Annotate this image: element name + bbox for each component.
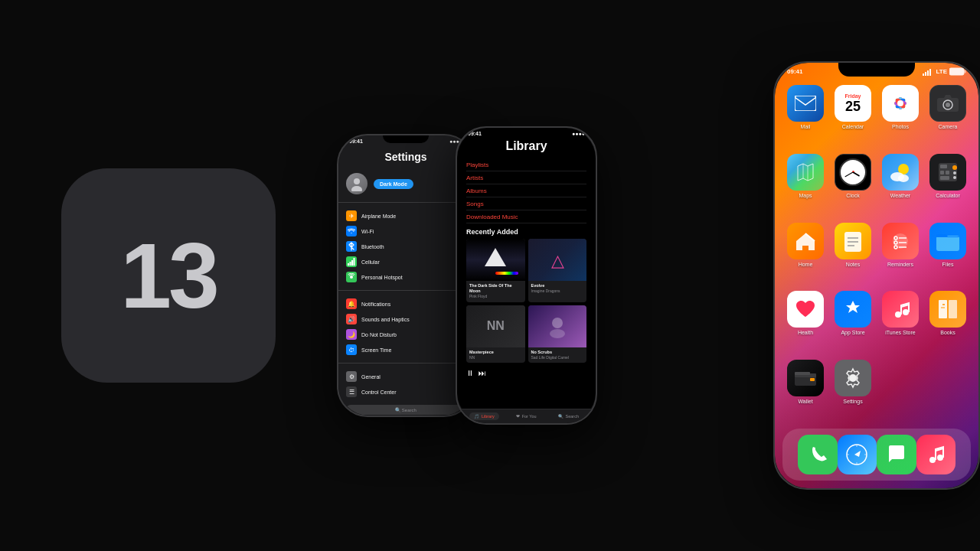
- phones-container: 09:41 ●●●● Settings Dark Mode ✈: [306, 0, 980, 551]
- music-tab-search[interactable]: 🔍 Search: [554, 412, 583, 420]
- music-nav-downloaded[interactable]: Downloaded Music: [466, 211, 586, 223]
- settings-notch: [383, 135, 429, 143]
- mail-label: Mail: [801, 124, 811, 129]
- battery-icon: [949, 67, 966, 76]
- files-label: Files: [942, 262, 954, 267]
- album-card-darkside[interactable]: The Dark Side Of The Moon Pink Floyd: [466, 239, 525, 302]
- search-tab-label: Search: [566, 414, 579, 419]
- clock-icon-img: [835, 154, 871, 191]
- svg-point-37: [953, 176, 956, 179]
- svg-rect-63: [810, 378, 815, 381]
- music-nav-artists[interactable]: Artists: [466, 172, 586, 184]
- svg-point-67: [937, 455, 943, 461]
- app-icon-photos[interactable]: Photos: [880, 85, 920, 146]
- calendar-num: 25: [845, 99, 861, 113]
- settings-item-wifi[interactable]: Wi-Fi: [338, 223, 473, 239]
- phone-music: 09:41 ●●●● Library Playlists Artists Alb…: [456, 126, 597, 425]
- music-header: Library: [457, 139, 596, 159]
- settings-item-general[interactable]: ⚙ General: [338, 369, 473, 384]
- dock-safari-icon[interactable]: [838, 435, 877, 474]
- dnd-label: Do Not Disturb: [361, 332, 397, 337]
- app-icon-reminders[interactable]: Reminders: [880, 223, 920, 284]
- app-icon-home[interactable]: Home: [786, 223, 825, 284]
- settings-divider-2: [338, 290, 473, 291]
- music-nav: Playlists Artists Albums Songs Downloade…: [457, 159, 596, 223]
- play-pause-button[interactable]: ⏸: [466, 369, 474, 377]
- settings-item-notifications[interactable]: 🔔 Notifications: [338, 296, 473, 311]
- settings-search[interactable]: 🔍 Search: [346, 405, 466, 415]
- status-right: LTE: [923, 67, 966, 76]
- app-icon-notes[interactable]: Notes: [833, 223, 873, 284]
- skip-forward-button[interactable]: ⏭: [479, 369, 486, 377]
- album-card-noscrubs[interactable]: No Scrubs Sad Life Digital Camel: [528, 305, 587, 364]
- photos-icon-img: [882, 85, 919, 122]
- music-tab-foryou[interactable]: ❤ For You: [511, 412, 541, 420]
- album-card-masterpiece[interactable]: NN Masterpiece NN: [466, 305, 525, 364]
- dock-messages-icon[interactable]: [877, 435, 916, 474]
- app-icon-itunes[interactable]: iTunes Store: [880, 291, 920, 352]
- settings-item-hotspot[interactable]: Personal Hotspot: [338, 269, 473, 285]
- music-tab-library[interactable]: 🎵 Library: [469, 412, 499, 420]
- settings-item-cellular[interactable]: Cellular: [338, 254, 473, 269]
- app-icon-files[interactable]: Files: [928, 223, 968, 284]
- app-icon-health[interactable]: Health: [786, 291, 825, 352]
- wallet-label: Wallet: [798, 399, 812, 404]
- svg-point-32: [898, 174, 909, 182]
- settings-item-bluetooth[interactable]: Bluetooth: [338, 239, 473, 254]
- airplane-icon: ✈: [346, 210, 357, 221]
- appstore-icon-img: [835, 291, 871, 328]
- settings-item-dnd[interactable]: 🌙 Do Not Disturb: [338, 327, 473, 342]
- app-icon-weather[interactable]: Weather: [880, 154, 920, 215]
- app-icon-wallet[interactable]: Wallet: [786, 360, 825, 421]
- svg-rect-13: [929, 69, 931, 76]
- airplane-label: Airplane Mode: [361, 214, 396, 219]
- album-art-masterpiece: NN: [466, 305, 525, 347]
- settings-item-airplane[interactable]: ✈ Airplane Mode: [338, 208, 473, 223]
- app-icon-mail[interactable]: Mail: [786, 85, 825, 146]
- album-card-dragons[interactable]: △ Evolve Imagine Dragons: [528, 239, 587, 302]
- wallet-icon-img: [787, 360, 824, 396]
- maps-icon-img: [787, 154, 824, 191]
- signal-icon: [923, 68, 933, 76]
- clock-min-hand: [844, 171, 853, 177]
- app-icon-appstore[interactable]: App Store: [833, 291, 873, 352]
- svg-rect-17: [795, 96, 816, 111]
- music-nav-albums[interactable]: Albums: [466, 185, 586, 197]
- dark-mode-button[interactable]: Dark Mode: [374, 179, 413, 189]
- app-grid: Mail Friday 25 Calendar: [775, 77, 978, 429]
- dock-music-icon[interactable]: [916, 435, 956, 474]
- settings-divider-3: [338, 363, 473, 364]
- cellular-label: Cellular: [361, 259, 380, 265]
- svg-rect-4: [351, 260, 353, 266]
- music-nav-playlists[interactable]: Playlists: [466, 159, 586, 171]
- settings-screen: 09:41 ●●●● Settings Dark Mode ✈: [338, 135, 473, 416]
- svg-rect-16: [795, 96, 816, 111]
- svg-point-0: [354, 178, 360, 184]
- svg-rect-62: [795, 372, 810, 375]
- prism-shape: [485, 248, 506, 266]
- settings-item-sounds[interactable]: 🔊 Sounds and Haptics: [338, 311, 473, 327]
- app-icon-books[interactable]: Books: [928, 291, 968, 352]
- svg-point-35: [952, 165, 957, 170]
- files-icon-img: [929, 223, 966, 259]
- music-screen: 09:41 ●●●● Library Playlists Artists Alb…: [457, 128, 596, 423]
- wifi-label: Wi-Fi: [361, 229, 374, 234]
- app-icon-settings[interactable]: Settings: [833, 360, 873, 421]
- phone-settings: 09:41 ●●●● Settings Dark Mode ✈: [337, 134, 475, 417]
- app-icon-maps[interactable]: Maps: [786, 154, 825, 215]
- app-icon-camera[interactable]: Camera: [928, 85, 968, 146]
- bluetooth-label: Bluetooth: [361, 244, 384, 249]
- app-icon-calendar[interactable]: Friday 25 Calendar: [833, 85, 873, 146]
- recently-added-title: Recently Added: [457, 223, 596, 239]
- svg-rect-39: [946, 171, 949, 174]
- settings-item-screentime[interactable]: ⏱ Screen Time: [338, 342, 473, 357]
- music-nav-songs[interactable]: Songs: [466, 198, 586, 210]
- app-icon-calculator[interactable]: Calculator: [928, 154, 968, 215]
- svg-point-64: [849, 374, 857, 382]
- books-label: Books: [940, 330, 955, 335]
- app-icon-clock[interactable]: Clock: [833, 154, 873, 215]
- settings-item-control[interactable]: ☰ Control Center: [338, 384, 473, 399]
- album-artist-darkside: Pink Floyd: [469, 294, 522, 299]
- svg-point-29: [946, 103, 950, 107]
- dock-phone-icon[interactable]: [798, 435, 838, 474]
